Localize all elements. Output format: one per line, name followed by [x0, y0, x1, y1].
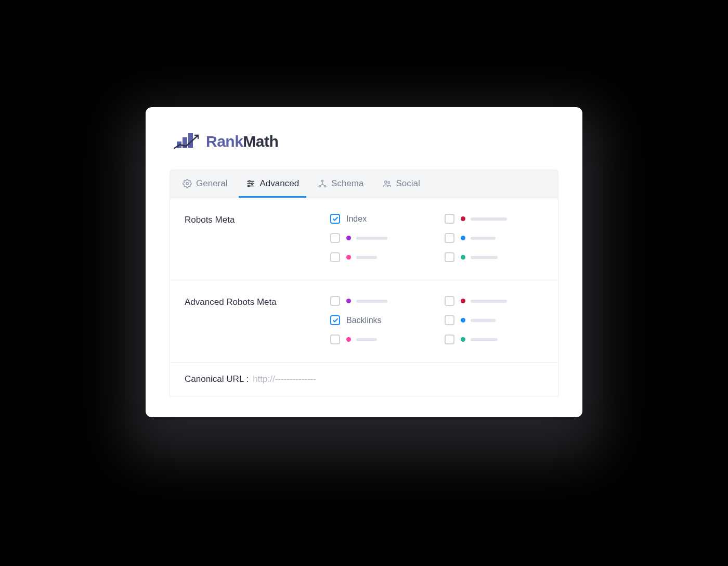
canonical-label: Canonical URL : — [185, 374, 249, 384]
canonical-url-input[interactable]: http://-------------- — [253, 374, 316, 384]
checkbox-icon — [445, 315, 454, 325]
option-label: Index — [346, 214, 367, 224]
bar-icon — [471, 256, 498, 259]
checkbox-icon — [445, 335, 454, 344]
dot-icon — [461, 236, 465, 240]
placeholder-content — [346, 255, 377, 260]
checkbox-icon — [330, 335, 340, 344]
option-placeholder[interactable] — [330, 233, 429, 243]
option-backlinks[interactable]: Backlinks — [330, 315, 429, 325]
tab-label: Advanced — [259, 178, 299, 189]
bar-icon — [356, 338, 377, 341]
placeholder-content — [346, 299, 387, 303]
option-placeholder[interactable] — [445, 315, 543, 325]
placeholder-content — [346, 337, 377, 342]
option-placeholder[interactable] — [330, 252, 429, 262]
dot-icon — [461, 337, 465, 342]
svg-point-13 — [385, 181, 387, 184]
option-placeholder[interactable] — [445, 252, 543, 262]
tab-label: Schema — [331, 178, 363, 189]
options-grid: Backlinks — [330, 296, 543, 344]
tab-schema[interactable]: Schema — [310, 172, 371, 198]
option-placeholder[interactable] — [445, 214, 543, 224]
checkbox-icon — [330, 252, 340, 262]
dot-icon — [461, 216, 465, 221]
tab-label: Social — [396, 178, 420, 189]
section-title: Robots Meta — [185, 214, 330, 262]
svg-point-9 — [248, 185, 250, 187]
option-placeholder[interactable] — [330, 296, 429, 306]
svg-point-7 — [249, 181, 251, 182]
option-placeholder[interactable] — [330, 335, 429, 344]
logo-icon — [174, 131, 199, 152]
checkbox-icon — [330, 233, 340, 243]
option-label: Backlinks — [346, 316, 382, 325]
section-title: Advanced Robots Meta — [185, 296, 330, 344]
placeholder-content — [461, 318, 496, 323]
gear-icon — [183, 179, 192, 188]
placeholder-content — [461, 216, 507, 221]
checkbox-icon — [445, 252, 454, 262]
brand-first: Rank — [206, 133, 243, 150]
options-grid: Index — [330, 214, 543, 262]
dot-icon — [346, 236, 351, 240]
svg-point-3 — [186, 183, 189, 185]
bar-icon — [471, 338, 498, 341]
option-index[interactable]: Index — [330, 214, 429, 224]
placeholder-content — [461, 255, 498, 260]
option-placeholder[interactable] — [445, 296, 543, 306]
placeholder-content — [461, 337, 498, 342]
svg-point-8 — [252, 183, 253, 185]
schema-icon — [318, 179, 327, 188]
checkbox-icon — [445, 296, 454, 306]
checkbox-icon — [445, 214, 454, 224]
placeholder-content — [461, 236, 496, 240]
checkbox-icon — [445, 233, 454, 243]
tab-general[interactable]: General — [175, 172, 235, 198]
dot-icon — [461, 299, 465, 303]
section-robots-meta: Robots Meta Index — [170, 198, 558, 280]
checkbox-icon — [330, 315, 340, 325]
checkbox-icon — [330, 296, 340, 306]
bar-icon — [471, 237, 496, 240]
bar-icon — [356, 300, 387, 303]
bar-icon — [356, 237, 387, 240]
sliders-icon — [246, 179, 255, 188]
bar-icon — [471, 319, 496, 322]
settings-card: RankMath General Advanced Schema Soci — [146, 107, 582, 417]
svg-point-14 — [388, 182, 390, 184]
brand-text: RankMath — [206, 133, 278, 150]
users-icon — [382, 179, 392, 188]
bar-icon — [356, 256, 377, 259]
section-canonical-url: Canonical URL : http://-------------- — [170, 363, 558, 396]
tab-social[interactable]: Social — [375, 172, 427, 198]
tab-advanced[interactable]: Advanced — [239, 172, 306, 198]
placeholder-content — [346, 236, 387, 240]
section-advanced-robots-meta: Advanced Robots Meta — [170, 280, 558, 363]
checkbox-icon — [330, 214, 340, 224]
settings-panel: Robots Meta Index — [170, 198, 558, 396]
placeholder-content — [461, 299, 507, 303]
brand-logo: RankMath — [170, 131, 558, 152]
bar-icon — [471, 217, 507, 221]
dot-icon — [461, 255, 465, 260]
option-placeholder[interactable] — [445, 233, 543, 243]
tab-label: General — [196, 178, 227, 189]
bar-icon — [471, 300, 507, 303]
dot-icon — [346, 255, 351, 260]
dot-icon — [346, 337, 351, 342]
tab-bar: General Advanced Schema Social — [170, 170, 558, 198]
dot-icon — [461, 318, 465, 323]
dot-icon — [346, 299, 351, 303]
brand-second: Math — [243, 133, 278, 150]
option-placeholder[interactable] — [445, 335, 543, 344]
